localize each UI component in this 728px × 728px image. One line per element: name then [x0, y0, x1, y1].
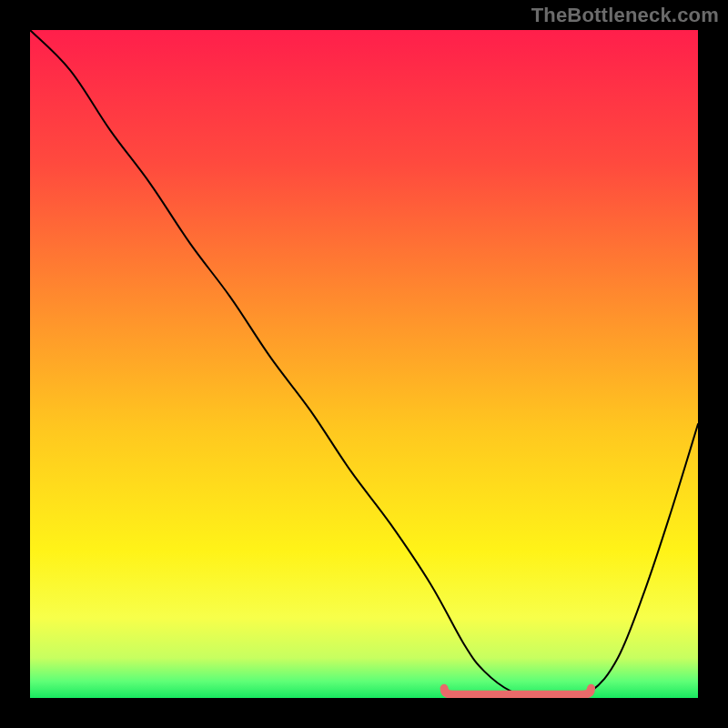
chart-plot-area — [30, 30, 698, 698]
chart-frame: TheBottleneck.com — [0, 0, 728, 728]
chart-svg — [30, 30, 698, 698]
watermark-label: TheBottleneck.com — [531, 4, 719, 27]
gradient-background — [30, 30, 698, 698]
